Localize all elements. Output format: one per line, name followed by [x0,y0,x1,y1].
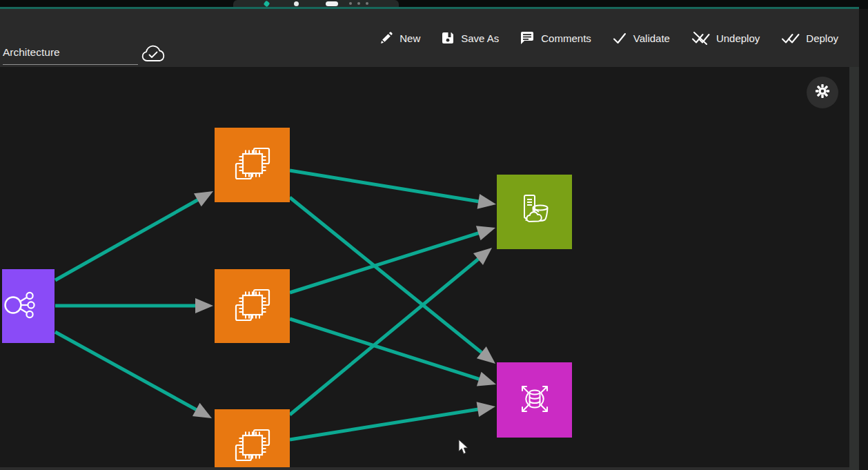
validate-button[interactable]: Validate [612,31,670,45]
node-database[interactable] [497,362,572,438]
gear-icon [812,81,833,104]
mouse-cursor [458,439,470,458]
tab-favicon-icon [294,1,299,6]
double-check-slash-icon [691,30,710,46]
compute-chip-icon [233,425,273,468]
button-label: New [400,32,420,44]
node-compute-1[interactable] [215,128,290,202]
comments-icon [520,31,535,45]
double-check-icon [780,30,800,46]
server-bucket-icon [515,191,554,233]
vertical-scrollbar[interactable] [849,67,859,470]
compute-chip-icon [233,144,273,186]
window-bottom-edge [0,467,849,470]
browser-top-strip [0,0,868,7]
tab-dot-icon [357,2,360,5]
pencil-icon [379,31,393,45]
node-load-balancer[interactable] [2,269,55,343]
comments-button[interactable]: Comments [520,31,591,45]
window-right-margin [859,9,868,470]
save-as-button[interactable]: Save As [441,31,499,45]
tab-logo-icon [264,1,270,8]
node-compute-2[interactable] [215,269,290,343]
button-label: Validate [633,32,670,44]
diagram-canvas[interactable] [0,67,849,470]
diagram-title-input[interactable]: Architecture [3,43,138,65]
app-toolbar: Architecture New [0,9,859,67]
cloud-check-icon [141,44,166,68]
browser-tabs-partial [233,0,399,7]
button-label: Undeploy [716,32,760,44]
accent-divider [0,7,859,9]
save-icon [441,31,455,45]
node-storage[interactable] [497,175,572,249]
new-button[interactable]: New [379,31,420,45]
node-compute-3[interactable] [215,409,290,470]
check-icon [612,31,627,45]
deploy-button[interactable]: Deploy [780,30,838,46]
tab-dot-icon [366,2,368,5]
tab-dot-icon [349,2,352,5]
compute-chip-icon [233,285,273,328]
load-balancer-icon [3,288,37,324]
canvas-settings-button[interactable] [807,77,838,108]
connection-lines [0,67,849,470]
button-label: Comments [541,32,591,44]
database-scale-icon [515,380,554,421]
button-label: Deploy [806,32,838,44]
undeploy-button[interactable]: Undeploy [691,30,760,46]
button-label: Save As [461,32,499,44]
toolbar-actions: New Save As Comments [379,9,838,67]
tab-favicon-icon [326,1,338,6]
